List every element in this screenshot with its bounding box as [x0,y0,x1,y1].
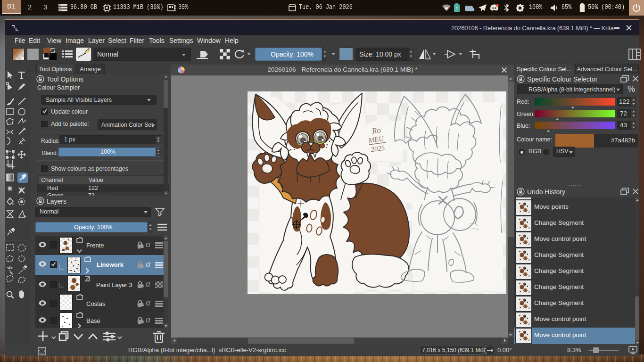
svg-text:Ro: Ro [371,125,381,136]
